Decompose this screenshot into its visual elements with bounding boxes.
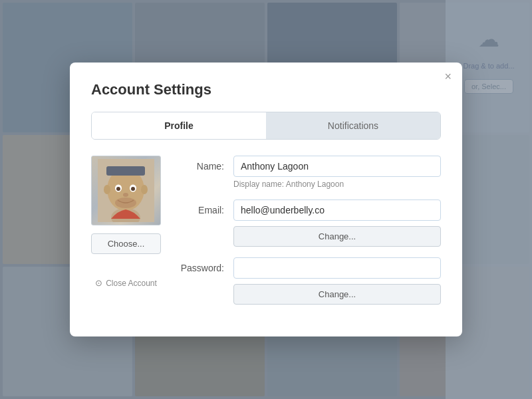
name-label: Name: [177, 156, 233, 172]
svg-point-7 [116, 187, 120, 191]
password-label: Password: [177, 257, 233, 273]
profile-tab-content: Choose... ⊙ Close Account Name: Display … [91, 156, 441, 315]
password-change-button[interactable]: Change... [233, 284, 441, 305]
account-settings-modal: × Account Settings Profile Notifications [70, 63, 462, 336]
name-field-inputs: Display name: Anthony Lagoon [233, 156, 441, 189]
svg-point-12 [141, 185, 148, 194]
modal-backdrop: × Account Settings Profile Notifications [0, 0, 532, 399]
tab-notifications[interactable]: Notifications [266, 112, 440, 139]
email-label: Email: [177, 200, 233, 215]
close-account-icon: ⊙ [95, 278, 102, 288]
svg-point-10 [115, 198, 136, 208]
choose-avatar-button[interactable]: Choose... [91, 233, 161, 254]
settings-tabs: Profile Notifications [91, 112, 441, 140]
close-account-button[interactable]: ⊙ Close Account [95, 278, 157, 288]
svg-point-11 [104, 185, 110, 194]
email-change-button[interactable]: Change... [233, 226, 441, 247]
tab-profile[interactable]: Profile [92, 112, 266, 139]
avatar [91, 156, 161, 225]
close-button[interactable]: × [444, 70, 452, 82]
svg-point-8 [131, 187, 135, 191]
name-input[interactable] [233, 156, 441, 177]
form-section: Name: Display name: Anthony Lagoon Email… [177, 156, 441, 315]
display-name-hint: Display name: Anthony Lagoon [233, 180, 441, 189]
email-input[interactable] [233, 200, 441, 221]
avatar-face [92, 156, 160, 225]
password-field-row: Password: Change... [177, 257, 441, 305]
password-input[interactable] [233, 257, 441, 279]
svg-rect-4 [106, 166, 145, 176]
modal-title: Account Settings [91, 81, 441, 98]
avatar-section: Choose... ⊙ Close Account [91, 156, 161, 315]
name-field-row: Name: Display name: Anthony Lagoon [177, 156, 441, 189]
close-account-label: Close Account [106, 279, 157, 288]
email-field-row: Email: Change... [177, 200, 441, 247]
email-field-inputs: Change... [233, 200, 441, 247]
svg-point-9 [123, 193, 128, 197]
password-field-inputs: Change... [233, 257, 441, 305]
